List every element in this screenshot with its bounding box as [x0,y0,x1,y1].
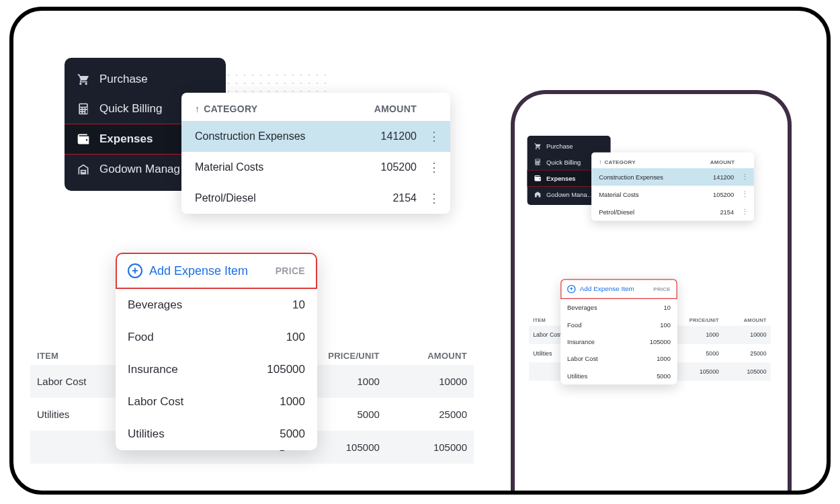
category-name: Petrol/Diesel [599,208,720,216]
calculator-icon [534,158,542,165]
sort-arrow-icon[interactable]: ↑ [195,103,200,114]
phone-side-button [9,238,11,285]
sidebar-item-label: Quick Billing [99,102,163,116]
phone-screen: ITEM QTY PRICE/UNIT AMOUNT Labor Cost 10… [515,94,792,495]
sidebar-item-label: Expenses [99,132,153,146]
sidebar-item-label: Godown Mana… [546,191,593,198]
more-icon[interactable]: ⋮ [740,208,750,216]
expense-option-price: 1000 [280,395,305,409]
expense-option-name: Utilities [567,372,587,380]
expense-option-price: 105000 [650,338,671,345]
phone-side-button [9,294,11,341]
add-expense-header[interactable]: + Add Expense Item PRICE [116,253,317,289]
wallet-icon [77,132,90,146]
decorative-dots [141,488,255,495]
expense-option-price: 105000 [267,363,305,376]
category-name: Material Costs [195,161,381,173]
cart-icon [534,142,542,150]
wallet-icon [534,175,542,182]
expense-option-name: Labor Cost [567,355,597,363]
items-col-amount: AMOUNT [380,351,467,361]
sidebar-item-label: Godown Manag… [99,163,192,176]
expense-option[interactable]: Insurance 105000 [116,353,317,386]
expense-option[interactable]: Beverages 10 [560,299,677,316]
item-amount: 10000 [380,376,467,387]
more-icon[interactable]: ⋮ [426,161,442,173]
expense-option-price: 1000 [657,355,671,363]
expense-option-name: Utilities [128,427,165,441]
expense-option[interactable]: Beverages 10 [116,289,317,321]
warehouse-icon [534,191,542,198]
add-expense-card: + Add Expense Item PRICE Beverages 10 Fo… [560,279,677,384]
expense-option-name: Labor Cost [128,395,183,409]
expense-option-name: Beverages [128,298,182,312]
sidebar-item-purchase[interactable]: Purchase [528,138,611,155]
item-amount: 25000 [380,409,467,420]
sidebar-item-label: Purchase [546,142,573,150]
category-amount: 2154 [392,192,417,204]
items-col-amount: AMOUNT [719,317,767,323]
item-amount: 105000 [719,368,767,375]
category-amount: 141200 [381,130,417,142]
category-row[interactable]: Petrol/Diesel 2154 ⋮ [591,203,754,220]
sidebar-item-label: Quick Billing [546,159,581,166]
add-expense-card: + Add Expense Item PRICE Beverages 10 Fo… [116,253,317,450]
category-name: Construction Expenses [195,130,381,142]
category-header: ↑ CATEGORY AMOUNT [591,153,754,169]
expense-option-name: Food [128,331,154,344]
sidebar-item-purchase[interactable]: Purchase [65,65,226,94]
category-header-label: CATEGORY [204,103,257,114]
more-icon[interactable]: ⋮ [426,130,442,142]
expense-option-price: 5000 [657,372,671,380]
cart-icon [77,73,90,86]
category-header: ↑ CATEGORY AMOUNT [181,93,450,121]
category-card: ↑ CATEGORY AMOUNT Construction Expenses … [591,153,754,221]
category-card: ↑ CATEGORY AMOUNT Construction Expenses … [181,93,450,214]
add-expense-title: Add Expense Item [580,286,634,293]
phone-mockup: ITEM QTY PRICE/UNIT AMOUNT Labor Cost 10… [511,90,792,495]
expense-option-name: Beverages [567,304,597,311]
amount-header-label: AMOUNT [374,103,417,114]
more-icon[interactable]: ⋮ [426,192,442,204]
price-header-label: PRICE [653,286,671,292]
category-row[interactable]: Petrol/Diesel 2154 ⋮ [181,183,450,214]
expense-option[interactable]: Utilities 5000 [560,368,677,384]
category-name: Material Costs [599,191,713,198]
category-name: Petrol/Diesel [195,192,392,204]
expense-option-price: 100 [660,321,671,329]
category-header-label: CATEGORY [604,159,635,165]
sidebar-item-label: Purchase [99,73,148,86]
expense-option-price: 5000 [280,427,305,441]
plus-circle-icon: + [567,285,575,293]
category-name: Construction Expenses [599,173,713,181]
desktop-composite: ITEM QTY PRICE/UNIT AMOUNT Labor Cost 10… [54,51,470,481]
phone-side-button [9,198,11,227]
expense-option[interactable]: Food 100 [116,321,317,353]
plus-circle-icon: + [128,263,142,278]
sidebar-item-label: Expenses [546,175,575,182]
more-icon[interactable]: ⋮ [740,191,750,198]
price-header-label: PRICE [276,265,305,276]
expense-option[interactable]: Labor Cost 1000 [116,386,317,418]
add-expense-header[interactable]: + Add Expense Item PRICE [560,279,677,299]
category-row[interactable]: Construction Expenses 141200 ⋮ [591,168,754,185]
expense-option-name: Insurance [567,338,595,345]
expense-option-price: 10 [664,304,671,311]
add-expense-title: Add Expense Item [149,264,248,278]
decorative-dots [575,419,646,434]
expense-option[interactable]: Insurance 105000 [560,333,677,350]
sort-arrow-icon[interactable]: ↑ [599,158,602,165]
expense-option-price: 10 [292,298,305,312]
category-row[interactable]: Material Costs 105200 ⋮ [181,152,450,183]
amount-header-label: AMOUNT [710,159,734,165]
category-row[interactable]: Construction Expenses 141200 ⋮ [181,121,450,152]
calculator-icon [77,102,90,116]
expense-option[interactable]: Food 100 [560,316,677,333]
expense-option[interactable]: Utilities 5000 [116,418,317,450]
category-row[interactable]: Material Costs 105200 ⋮ [591,185,754,203]
category-amount: 105200 [713,191,734,198]
expense-option-price: 100 [286,331,305,344]
expense-option[interactable]: Labor Cost 1000 [560,350,677,367]
expense-option-name: Food [567,321,581,329]
more-icon[interactable]: ⋮ [740,173,750,181]
